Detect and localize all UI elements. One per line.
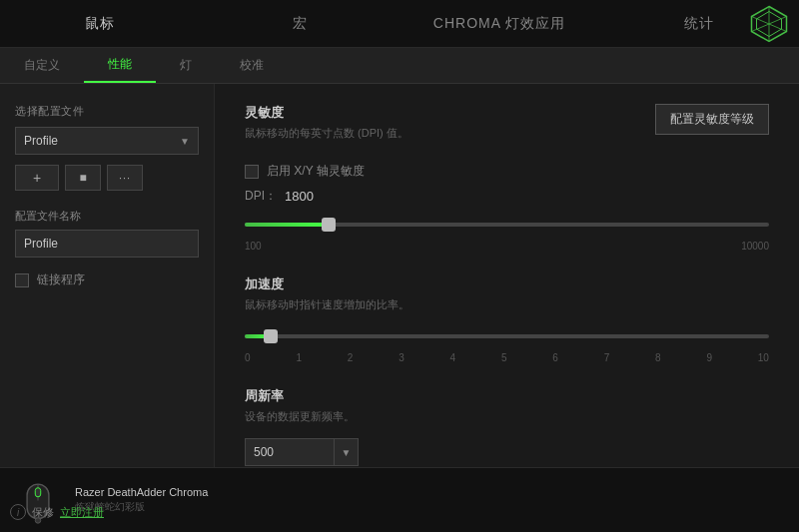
dpi-value-row: DPI： 1800 [245, 188, 769, 205]
bottom-bar: Razer DeathAdder Chroma 炼狱蝰蛇幻彩版 i 保修 立即注… [0, 467, 799, 532]
sub-nav-performance[interactable]: 性能 [84, 48, 156, 83]
dpi-slider-thumb[interactable] [322, 218, 336, 232]
accel-slider-thumb[interactable] [264, 329, 278, 343]
accel-slider-container[interactable] [245, 326, 769, 346]
accel-label-2: 2 [348, 352, 354, 363]
right-content: 灵敏度 鼠标移动的每英寸点数 (DPI) 值。 配置灵敏度等级 启用 X/Y 轴… [215, 84, 799, 467]
dpi-min-label: 100 [245, 241, 262, 252]
acceleration-section: 加速度 鼠标移动时指针速度增加的比率。 0 1 2 3 4 5 6 7 8 9 … [245, 275, 769, 363]
accel-label-1: 1 [296, 352, 302, 363]
chain-app-label: 链接程序 [37, 271, 85, 288]
dpi-slider-track [245, 223, 769, 227]
delete-profile-button[interactable]: ■ [65, 165, 101, 191]
add-profile-button[interactable]: + [15, 165, 59, 191]
polling-section: 周新率 设备的数据更新频率。 500 ▼ [245, 387, 769, 466]
accel-label-3: 3 [399, 352, 404, 363]
bottom-left-info: i 保修 立即注册 [10, 504, 104, 520]
nav-macro[interactable]: 宏 [200, 0, 400, 47]
register-link[interactable]: 立即注册 [60, 505, 104, 520]
sub-nav-calibrate[interactable]: 校准 [216, 48, 288, 83]
main-content: 选择配置文件 Profile ▼ + ■ ··· 配置文件名称 链接程序 灵敏度… [0, 84, 799, 467]
profile-name-input[interactable] [15, 230, 199, 258]
accel-label-7: 7 [604, 352, 610, 363]
nav-mouse[interactable]: 鼠标 [0, 0, 200, 47]
dpi-value: 1800 [285, 189, 314, 204]
xy-axis-row: 启用 X/Y 轴灵敏度 [245, 163, 769, 180]
xy-axis-checkbox[interactable] [245, 165, 259, 179]
polling-select-wrap: 500 ▼ [245, 438, 769, 466]
dpi-slider-fill [245, 223, 329, 227]
xy-axis-label: 启用 X/Y 轴灵敏度 [267, 163, 365, 180]
profile-select[interactable]: Profile ▼ [15, 127, 199, 155]
nav-chroma[interactable]: CHROMA 灯效应用 [400, 0, 599, 47]
accel-slider-track [245, 334, 769, 338]
acceleration-desc: 鼠标移动时指针速度增加的比率。 [245, 297, 769, 312]
device-sub: 炼狱蝰蛇幻彩版 [75, 500, 784, 514]
profile-name-label: 配置文件名称 [15, 209, 199, 224]
profile-select-arrow: ▼ [180, 136, 190, 147]
polling-value: 500 [254, 445, 274, 459]
sensitivity-desc: 鼠标移动的每英寸点数 (DPI) 值。 [245, 126, 408, 141]
sensitivity-title: 灵敏度 [245, 104, 408, 122]
accel-label-10: 10 [758, 352, 769, 363]
razer-logo [749, 4, 789, 44]
chain-app-row: 链接程序 [15, 271, 199, 288]
info-icon: i [10, 504, 26, 520]
dpi-label: DPI： [245, 188, 277, 205]
dpi-slider-container[interactable] [245, 215, 769, 235]
polling-select[interactable]: 500 [245, 438, 335, 466]
chain-app-checkbox[interactable] [15, 273, 29, 287]
top-nav: 鼠标 宏 CHROMA 灯效应用 统计 [0, 0, 799, 48]
register-label: 保修 [32, 505, 54, 520]
dpi-max-label: 10000 [741, 241, 769, 252]
dpi-slider-labels: 100 10000 [245, 241, 769, 252]
accel-label-6: 6 [552, 352, 558, 363]
accel-label-9: 9 [706, 352, 712, 363]
polling-desc: 设备的数据更新频率。 [245, 409, 769, 424]
polling-dropdown-arrow[interactable]: ▼ [335, 438, 359, 466]
device-name: Razer DeathAdder Chroma [75, 486, 784, 498]
accel-label-5: 5 [501, 352, 507, 363]
accel-label-0: 0 [245, 352, 251, 363]
profile-buttons: + ■ ··· [15, 165, 199, 191]
device-info: Razer DeathAdder Chroma 炼狱蝰蛇幻彩版 [75, 486, 784, 514]
sub-nav: 自定义 性能 灯 校准 [0, 48, 799, 84]
accel-label-4: 4 [450, 352, 456, 363]
polling-title: 周新率 [245, 387, 769, 405]
sub-nav-lighting[interactable]: 灯 [156, 48, 216, 83]
sidebar: 选择配置文件 Profile ▼ + ■ ··· 配置文件名称 链接程序 [0, 84, 215, 467]
accel-slider-labels: 0 1 2 3 4 5 6 7 8 9 10 [245, 352, 769, 363]
acceleration-title: 加速度 [245, 275, 769, 293]
profile-select-value: Profile [24, 134, 58, 148]
sub-nav-customize[interactable]: 自定义 [0, 48, 84, 83]
accel-label-8: 8 [655, 352, 661, 363]
more-profile-button[interactable]: ··· [107, 165, 143, 191]
config-dpi-button[interactable]: 配置灵敏度等级 [655, 104, 769, 135]
sensitivity-section: 灵敏度 鼠标移动的每英寸点数 (DPI) 值。 配置灵敏度等级 启用 X/Y 轴… [245, 104, 769, 252]
svg-rect-7 [35, 488, 40, 497]
select-profile-label: 选择配置文件 [15, 104, 199, 119]
